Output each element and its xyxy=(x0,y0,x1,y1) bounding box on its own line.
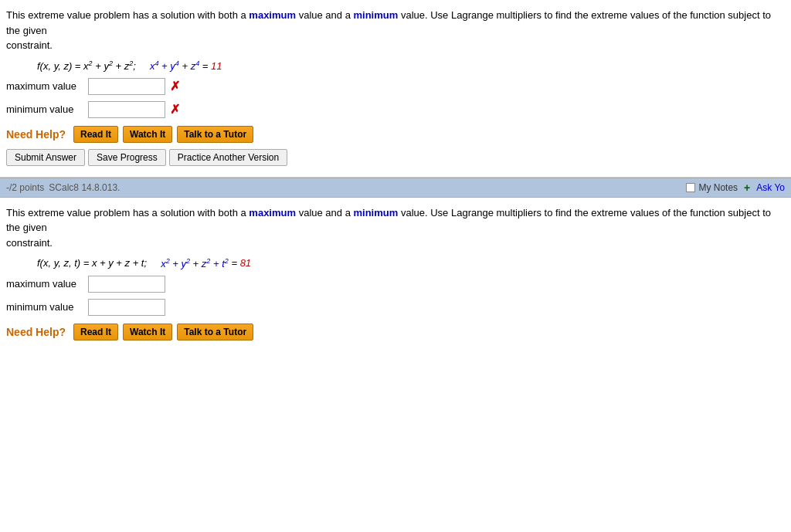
maximum-value-row-2: maximum value xyxy=(6,276,785,293)
problem-text-2: This extreme value problem has a solutio… xyxy=(6,205,785,251)
my-notes-link[interactable]: My Notes xyxy=(686,182,738,193)
problem-text-static-1: This extreme value problem has a solutio… xyxy=(6,9,771,36)
formula-text-2: f(x, y, z, t) = x + y + z + t; x2 + y2 +… xyxy=(37,258,251,269)
minimum-value-label: minimum value xyxy=(6,103,83,115)
talk-to-tutor-button-2[interactable]: Talk to a Tutor xyxy=(177,324,253,341)
action-row-1: Submit Answer Save Progress Practice Ano… xyxy=(6,149,785,166)
minimum-value-row: minimum value ✗ xyxy=(6,101,785,118)
ask-yo-link[interactable]: Ask Yo xyxy=(756,182,785,193)
maximum-value-input-2[interactable] xyxy=(88,276,165,293)
need-help-row-2: Need Help? Read It Watch It Talk to a Tu… xyxy=(6,324,785,341)
section-header-right: My Notes + Ask Yo xyxy=(686,181,785,194)
need-help-label-1: Need Help? xyxy=(6,128,66,141)
problem-section-2: This extreme value problem has a solutio… xyxy=(0,198,791,353)
maximum-value-label: maximum value xyxy=(6,80,83,92)
problem-section-1: This extreme value problem has a solutio… xyxy=(0,0,791,178)
formula-line-2: f(x, y, z, t) = x + y + z + t; x2 + y2 +… xyxy=(37,256,785,269)
save-progress-button[interactable]: Save Progress xyxy=(88,149,166,166)
minimum-error-icon: ✗ xyxy=(170,102,180,117)
my-notes-label: My Notes xyxy=(698,182,738,193)
need-help-label-2: Need Help? xyxy=(6,326,66,338)
practice-another-button[interactable]: Practice Another Version xyxy=(169,149,287,166)
ask-label: Ask Yo xyxy=(756,182,785,193)
formula-line-1: f(x, y, z) = x2 + y2 + z2; x4 + y4 + z4 … xyxy=(37,59,785,72)
watch-it-button-1[interactable]: Watch It xyxy=(123,126,172,143)
need-help-row-1: Need Help? Read It Watch It Talk to a Tu… xyxy=(6,126,785,143)
talk-to-tutor-button-1[interactable]: Talk to a Tutor xyxy=(177,126,253,143)
points-badge: -/2 points xyxy=(6,182,44,193)
read-it-button-2[interactable]: Read It xyxy=(73,324,118,341)
maximum-value-row: maximum value ✗ xyxy=(6,78,785,95)
submit-answer-button[interactable]: Submit Answer xyxy=(6,149,85,166)
minimum-value-label-2: minimum value xyxy=(6,301,83,313)
minimum-value-input-2[interactable] xyxy=(88,299,165,316)
problem-id: SCalc8 14.8.013. xyxy=(49,182,120,193)
plus-icon: + xyxy=(744,181,750,194)
problem-text-1: This extreme value problem has a solutio… xyxy=(6,8,785,53)
my-notes-checkbox[interactable] xyxy=(686,183,695,192)
maximum-error-icon: ✗ xyxy=(170,79,180,93)
read-it-button-1[interactable]: Read It xyxy=(73,126,118,143)
section-header-left: -/2 points SCalc8 14.8.013. xyxy=(6,182,120,193)
formula-text-1: f(x, y, z) = x2 + y2 + z2; x4 + y4 + z4 … xyxy=(37,60,222,72)
constraint-label-2: constraint. xyxy=(6,237,53,249)
watch-it-button-2[interactable]: Watch It xyxy=(123,324,172,341)
minimum-value-input[interactable] xyxy=(88,101,165,118)
maximum-value-label-2: maximum value xyxy=(6,278,83,290)
problem-text-static-2: This extreme value problem has a solutio… xyxy=(6,207,771,234)
maximum-value-input[interactable] xyxy=(88,78,165,95)
minimum-value-row-2: minimum value xyxy=(6,299,785,316)
constraint-label: constraint. xyxy=(6,39,53,51)
section-2-header: -/2 points SCalc8 14.8.013. My Notes + A… xyxy=(0,178,791,198)
